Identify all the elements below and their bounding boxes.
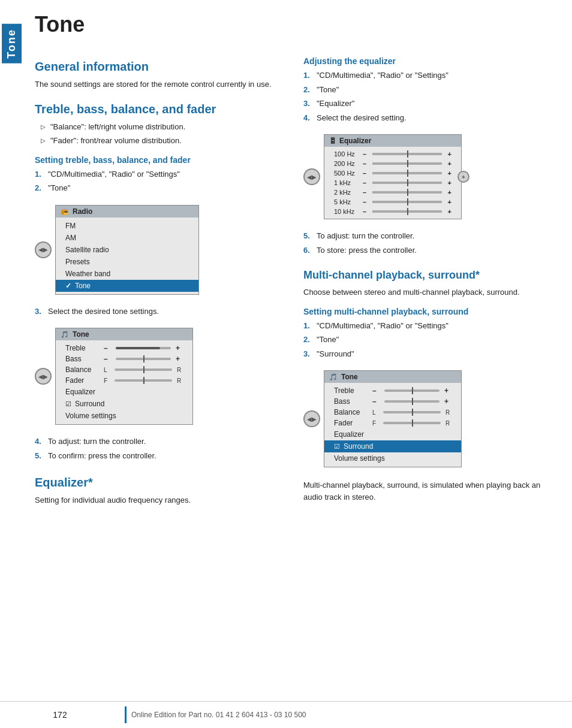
eq-200hz-track [372,162,441,165]
tone-menu-area: Treble – + Bass – [56,340,192,424]
eq-500hz-track [372,172,441,174]
bass-thumb [143,355,144,363]
tone-surround-container: ◀▶ 🎵 Tone Treble – + [303,364,554,473]
sidebar: Tone [0,0,23,728]
balance-label: Balance [65,365,101,374]
left-column: General information The sound settings a… [35,48,285,511]
step-4: 4.To adjust: turn the controller. [35,436,285,448]
adj-step-4: 4.Select the desired setting. [303,112,554,124]
eq-5khz: 5 kHz – + [324,197,461,207]
steps-56: 5.To adjust: turn the controller. 6.To s… [303,230,554,256]
eq-1khz-plus: + [448,179,451,186]
equalizer-heading: Equalizer* [35,476,285,490]
page-wrapper: Tone Tone General information The sound … [0,0,572,728]
balance-row: Balance L R [56,364,192,375]
mc-steps: 1."CD/Multimedia", "Radio" or "Settings"… [303,320,554,360]
ts-treble-label: Treble [334,386,370,395]
radio-title: Radio [73,207,92,216]
bullet-fader: "Fader": front/rear volume distribution. [41,135,285,147]
steps-45: 4.To adjust: turn the controller. 5.To c… [35,436,285,461]
balance-thumb [143,366,144,373]
radio-title-bar: 📻 Radio [56,206,198,218]
treble-bass-heading: Treble, bass, balance, and fader [35,102,285,116]
eq-10khz-minus: – [363,208,366,215]
treble-track [116,347,171,349]
eq-1khz-label: 1 kHz [334,179,359,186]
ts-fader-row: Fader F R [324,418,461,428]
eq-100hz-track [372,153,441,155]
eq-500hz-label: 500 Hz [334,170,359,177]
eq-200hz-label: 200 Hz [334,160,359,167]
ts-bass-row: Bass – + [324,396,461,407]
eq-2khz-track [372,191,441,194]
eq-2khz-plus: + [448,189,451,196]
eq-2khz-minus: – [363,189,366,196]
eq-5khz-plus: + [448,198,451,206]
balance-r: R [177,367,183,373]
eq-menu-container: ◀▶ 🎛 Equalizer 100 Hz – + [303,128,554,225]
setting-heading: Setting treble, bass, balance, and fader [35,155,285,165]
bass-track [116,358,171,360]
ts-bass-label: Bass [334,397,370,406]
balance-track [115,368,172,371]
eq-5khz-track [372,201,441,203]
fader-r: R [177,377,183,384]
treble-row: Treble – + [56,343,192,354]
equalizer-text: Setting for individual audio frequency r… [35,494,285,506]
eq-menu-mockup: 🎛 Equalizer 100 Hz – + 200 Hz [324,134,462,219]
multichannel-heading: Multi-channel playback, surround* [303,269,554,282]
eq-menu-area: 100 Hz – + 200 Hz – + [324,147,461,219]
setting-steps: 1."CD/Multimedia", "Radio" or "Settings"… [35,168,285,194]
page-title: Tone [35,12,554,37]
fader-thumb [143,377,144,384]
radio-item-weather: Weather band [56,268,198,280]
eq-10khz-plus: + [448,208,451,215]
footer: 172 Online Edition for Part no. 01 41 2 … [0,701,572,728]
adj-eq-steps: 1."CD/Multimedia", "Radio" or "Settings"… [303,70,554,123]
tone-menu-mockup: 🎵 Tone Treble – + [55,328,193,425]
surround-checkbox: ☑ [65,400,71,408]
adj-step-6: 6.To store: press the controller. [303,244,554,256]
adj-step-2: 2."Tone" [303,84,554,96]
fader-f: F [104,377,110,384]
multichannel-text: Choose between stereo and multi-channel … [303,286,554,298]
treble-minus: – [104,344,111,352]
mc-bottom-text: Multi-channel playback, surround, is sim… [303,479,554,503]
radio-item-am: AM [56,232,198,244]
fader-row: Fader F R [56,375,192,386]
tone-title-bar: 🎵 Tone [56,328,192,340]
mc-step-2: 2."Tone" [303,334,554,346]
ts-balance-label: Balance [334,408,370,416]
two-col-layout: General information The sound settings a… [35,48,554,511]
radio-item-satellite: Satellite radio [56,244,198,256]
tone-volume: Volume settings [56,410,192,422]
adj-step-3: 3."Equalizer" [303,98,554,110]
tone-menu-container: ◀▶ 🎵 Tone Treble – [35,322,285,431]
eq-100hz-plus: + [448,150,451,158]
balance-l: L [104,367,110,373]
tone-surround: ☑ Surround [56,398,192,410]
step-1: 1."CD/Multimedia", "Radio" or "Settings" [35,168,285,180]
radio-icon: 📻 [61,207,69,215]
radio-menu-mockup: 📻 Radio FM AM Satellite radio Presets We… [55,205,199,295]
mc-step-1: 1."CD/Multimedia", "Radio" or "Settings" [303,320,554,332]
eq-200hz-plus: + [448,160,451,167]
eq-500hz-plus: + [448,170,451,177]
eq-5khz-minus: – [363,198,366,206]
footer-text: Online Edition for Part no. 01 41 2 604 … [131,711,572,719]
controller-left2: ◀▶ [35,368,52,385]
general-info-text: The sound settings are stored for the re… [35,78,285,90]
bass-minus: – [104,355,111,363]
controller-eq: ◀▶ [303,168,320,185]
eq-10khz-label: 10 kHz [334,208,359,215]
eq-title-bar: 🎛 Equalizer [324,135,461,147]
tone-title: Tone [73,330,89,339]
tone-surround-title: Tone [341,373,358,381]
eq-title: Equalizer [339,137,371,145]
ts-volume: Volume settings [324,452,461,464]
eq-right-arrow: + [457,171,469,183]
tone-surround-mockup: 🎵 Tone Treble – + Bass [324,370,462,467]
ts-fader-label: Fader [334,419,370,427]
eq-100hz-label: 100 Hz [334,150,359,158]
eq-1khz: 1 kHz – + [324,178,461,188]
